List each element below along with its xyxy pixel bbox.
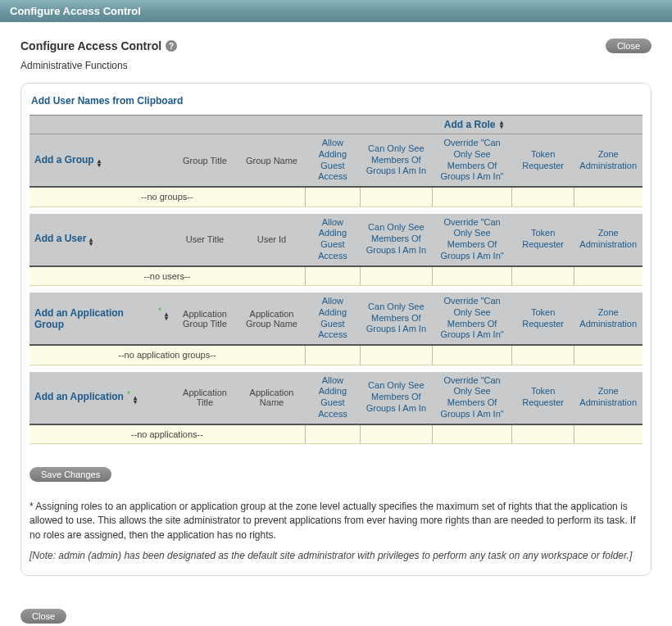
- role-column-header[interactable]: Zone Administration: [574, 214, 642, 266]
- role-column-header[interactable]: Token Requester: [512, 214, 574, 266]
- subtitle: Administrative Functions: [20, 60, 652, 71]
- add-link[interactable]: Add a Group ▴▾: [34, 154, 101, 167]
- role-column-header[interactable]: Allow Adding Guest Access: [305, 134, 360, 188]
- empty-message: --no application groups--: [30, 345, 305, 365]
- column-header: Application Group Title: [171, 293, 238, 345]
- role-column-header[interactable]: Override "Can Only See Members Of Groups…: [432, 293, 512, 345]
- role-column-header[interactable]: Token Requester: [512, 134, 574, 188]
- access-panel: Add User Names from Clipboard: [20, 83, 652, 576]
- role-column-header[interactable]: Zone Administration: [574, 134, 642, 188]
- role-column-header[interactable]: Zone Administration: [574, 372, 642, 424]
- save-changes-button[interactable]: Save Changes: [30, 467, 111, 482]
- column-header: User Id: [238, 214, 306, 266]
- sort-icon: ▴▾: [98, 159, 101, 167]
- column-header: Group Name: [238, 134, 306, 188]
- role-column-header[interactable]: Allow Adding Guest Access: [305, 214, 360, 266]
- asterisk-note: * Assigning roles to an application or a…: [30, 500, 642, 542]
- role-column-header[interactable]: Allow Adding Guest Access: [305, 372, 360, 424]
- role-column-header[interactable]: Override "Can Only See Members Of Groups…: [432, 372, 512, 424]
- asterisk-icon: *: [127, 390, 130, 399]
- column-header: Application Group Name: [238, 293, 306, 345]
- help-icon[interactable]: ?: [166, 40, 177, 52]
- sort-icon: ▴▾: [134, 396, 137, 404]
- sort-icon: ▴▾: [165, 312, 168, 320]
- role-column-header[interactable]: Can Only See Members Of Groups I Am In: [361, 372, 433, 424]
- role-column-header[interactable]: Zone Administration: [574, 293, 642, 345]
- empty-message: --no users--: [30, 266, 305, 286]
- column-header: Application Title: [171, 372, 238, 424]
- role-column-header[interactable]: Override "Can Only See Members Of Groups…: [432, 214, 512, 266]
- role-column-header[interactable]: Token Requester: [512, 372, 574, 424]
- page-title: Configure Access Control ?: [20, 39, 177, 52]
- add-role-button[interactable]: Add a Role ▴▾: [444, 119, 504, 130]
- column-header: User Title: [171, 214, 238, 266]
- column-header: Application Name: [238, 372, 306, 424]
- add-link[interactable]: Add a User ▴▾: [34, 233, 93, 246]
- close-button-bottom[interactable]: Close: [20, 609, 66, 624]
- add-link[interactable]: Add an Application* ▴▾: [34, 391, 137, 404]
- role-column-header[interactable]: Allow Adding Guest Access: [305, 293, 360, 345]
- empty-message: --no groups--: [30, 187, 305, 206]
- access-table: Add a Role ▴▾ Add a Group ▴▾Group TitleG…: [30, 115, 642, 451]
- column-header: Group Title: [171, 134, 238, 188]
- window-titlebar: Configure Access Control: [0, 0, 672, 22]
- sort-icon: ▴▾: [89, 238, 93, 246]
- role-column-header[interactable]: Can Only See Members Of Groups I Am In: [361, 214, 433, 266]
- add-from-clipboard-link[interactable]: Add User Names from Clipboard: [30, 92, 184, 115]
- close-button-top[interactable]: Close: [606, 39, 652, 53]
- role-column-header[interactable]: Override "Can Only See Members Of Groups…: [432, 134, 512, 188]
- role-column-header[interactable]: Token Requester: [512, 293, 574, 345]
- window-title: Configure Access Control: [10, 5, 141, 17]
- sort-icon: ▴▾: [500, 120, 503, 129]
- role-column-header[interactable]: Can Only See Members Of Groups I Am In: [361, 134, 433, 188]
- add-link[interactable]: Add an Application Group* ▴▾: [34, 307, 168, 330]
- asterisk-icon: *: [158, 306, 161, 315]
- role-column-header[interactable]: Can Only See Members Of Groups I Am In: [361, 293, 433, 345]
- empty-message: --no applications--: [30, 424, 305, 444]
- admin-note: [Note: admin (admin) has been designated…: [30, 549, 642, 563]
